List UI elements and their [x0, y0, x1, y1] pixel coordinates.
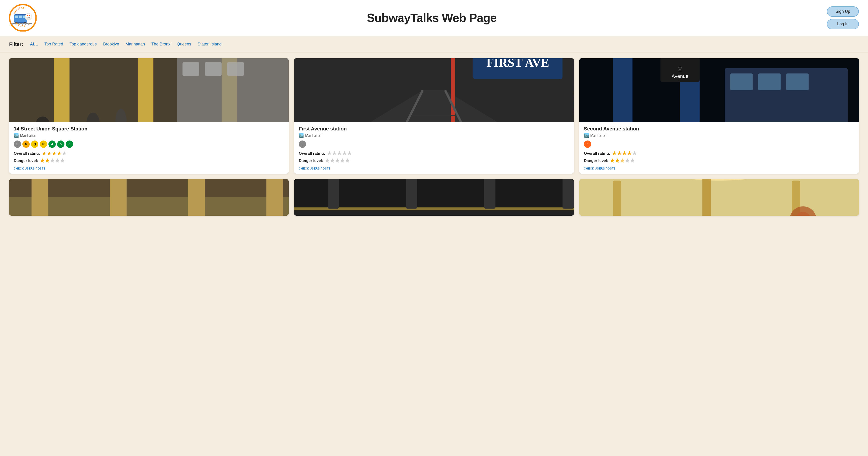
card-2-overall-rating: Overall rating: ★ ★ ★ ★ ★: [299, 151, 569, 157]
city-icon: 🏙️: [14, 133, 19, 138]
card-2-check-posts[interactable]: CHECK USERS POSTS: [299, 167, 331, 170]
card-3-check-posts[interactable]: CHECK USERS POSTS: [584, 167, 616, 170]
svg-rect-82: [32, 179, 48, 216]
filter-bar: Filter: ALL Top Rated Top dangerous Broo…: [0, 36, 868, 53]
line-badge-N: N: [22, 140, 30, 148]
svg-rect-30: [138, 58, 154, 122]
card-4-image: [9, 179, 289, 216]
svg-rect-17: [22, 23, 23, 25]
filter-label: Filter:: [9, 41, 23, 47]
svg-text:✦: ✦: [16, 12, 18, 14]
svg-text:2: 2: [678, 65, 682, 73]
cards-grid: 14 Street-Union Sq 14 Street Union Squar…: [0, 53, 868, 221]
filter-manhattan[interactable]: Manhattan: [122, 41, 148, 47]
logo[interactable]: SUBWAY TALKS ✦ ✦: [9, 4, 37, 32]
card-2-danger-stars: ★ ★ ★ ★ ★: [325, 158, 350, 164]
card-2-image: FIRST AVE: [294, 58, 574, 122]
page-title: SubwayTalks Web Page: [37, 11, 827, 25]
card-2-body: First Avenue station 🏙️ Manhattan L Over…: [294, 122, 574, 174]
filter-staten-island[interactable]: Staten Island: [194, 41, 225, 47]
filter-top-rated[interactable]: Top Rated: [41, 41, 66, 47]
svg-rect-40: [227, 62, 244, 76]
filter-top-dangerous[interactable]: Top dangerous: [66, 41, 100, 47]
svg-rect-14: [12, 23, 13, 25]
line-badge-L: L: [14, 140, 21, 148]
svg-rect-81: [9, 197, 289, 216]
auth-buttons: Sign Up Log In: [827, 6, 859, 29]
card-3-title: Second Avenue station: [584, 126, 854, 132]
svg-point-12: [30, 14, 31, 16]
filter-bronx[interactable]: The Bronx: [148, 41, 174, 47]
svg-rect-100: [702, 179, 711, 216]
line-badge-R: R: [40, 140, 47, 148]
card-1-title: 14 Street Union Square Station: [14, 126, 284, 132]
card-3-image: Exit 2 Avenue: [579, 58, 859, 122]
card-3-danger-stars: ★ ★ ★ ★ ★: [610, 158, 635, 164]
filter-brooklyn[interactable]: Brooklyn: [100, 41, 122, 47]
svg-point-11: [26, 14, 27, 16]
svg-rect-2: [15, 15, 18, 18]
card-2-location: 🏙️ Manhattan: [299, 133, 569, 138]
svg-rect-52: [451, 58, 455, 122]
svg-rect-92: [484, 179, 495, 208]
card-1-location: 🏙️ Manhattan: [14, 133, 284, 138]
svg-rect-73: [730, 73, 752, 90]
svg-rect-38: [182, 62, 199, 76]
line-badge-Q: Q: [31, 140, 38, 148]
svg-rect-83: [110, 179, 126, 216]
card-14-street: 14 Street-Union Sq 14 Street Union Squar…: [9, 58, 289, 174]
card-3-body: Second Avenue station 🏙️ Manhattan F Ove…: [579, 122, 859, 174]
city-icon-3: 🏙️: [584, 133, 589, 138]
card-first-avenue: FIRST AVE First Avenue station 🏙️ Manhat…: [294, 58, 574, 174]
card-3-location: 🏙️ Manhattan: [584, 133, 854, 138]
line-badge-F: F: [584, 140, 591, 148]
line-badge-L2: L: [299, 140, 306, 148]
signup-button[interactable]: Sign Up: [827, 6, 859, 17]
line-badge-4: 4: [49, 140, 56, 148]
line-badge-5: 5: [57, 140, 64, 148]
svg-rect-84: [188, 179, 205, 216]
card-1-overall-stars: ★ ★ ★ ★ ★: [42, 151, 66, 157]
svg-rect-29: [54, 58, 70, 122]
svg-rect-39: [205, 62, 221, 76]
login-button[interactable]: Log In: [827, 19, 859, 29]
city-icon-2: 🏙️: [299, 133, 304, 138]
svg-rect-85: [266, 179, 283, 216]
svg-rect-93: [563, 179, 574, 208]
card-1-danger-level: Danger level: ★ ★ ★ ★ ★: [14, 158, 284, 164]
filter-all[interactable]: ALL: [27, 41, 41, 47]
card-2-overall-stars: ★ ★ ★ ★ ★: [327, 151, 352, 157]
card-3-overall-stars: ★ ★ ★ ★ ★: [612, 151, 637, 157]
card-1-lines: L N Q R 4 5 6: [14, 140, 284, 148]
card-6-image: [579, 179, 859, 216]
card-2-title: First Avenue station: [299, 126, 569, 132]
card-second-avenue: Exit 2 Avenue Second Avenue station: [579, 58, 859, 174]
card-6: [579, 179, 859, 216]
svg-rect-3: [19, 15, 22, 18]
svg-text:Avenue: Avenue: [672, 73, 688, 79]
svg-rect-91: [406, 179, 417, 208]
card-3-lines: F: [584, 140, 854, 148]
card-5: [294, 179, 574, 216]
card-2-lines: L: [299, 140, 569, 148]
card-3-overall-rating: Overall rating: ★ ★ ★ ★ ★: [584, 151, 854, 157]
card-1-body: 14 Street Union Square Station 🏙️ Manhat…: [9, 122, 289, 174]
card-5-image: [294, 179, 574, 216]
card-3-danger-level: Danger level: ★ ★ ★ ★ ★: [584, 158, 854, 164]
card-1-check-posts[interactable]: CHECK USERS POSTS: [14, 167, 45, 170]
svg-rect-90: [328, 179, 339, 208]
line-badge-6: 6: [66, 140, 73, 148]
card-2-danger-level: Danger level: ★ ★ ★ ★ ★: [299, 158, 569, 164]
card-1-danger-stars: ★ ★ ★ ★ ★: [40, 158, 65, 164]
svg-rect-64: [613, 58, 632, 122]
svg-rect-99: [613, 181, 621, 216]
card-1-overall-rating: Overall rating: ★ ★ ★ ★ ★: [14, 151, 284, 157]
svg-rect-74: [758, 73, 781, 90]
filter-queens[interactable]: Queens: [174, 41, 194, 47]
svg-text:FIRST AVE: FIRST AVE: [487, 58, 550, 69]
card-4: [9, 179, 289, 216]
card-1-image: 14 Street-Union Sq: [9, 58, 289, 122]
header: SUBWAY TALKS ✦ ✦ SubwayTalks Web Page Si…: [0, 0, 868, 36]
svg-text:✦: ✦: [29, 23, 30, 25]
svg-rect-75: [786, 73, 809, 90]
